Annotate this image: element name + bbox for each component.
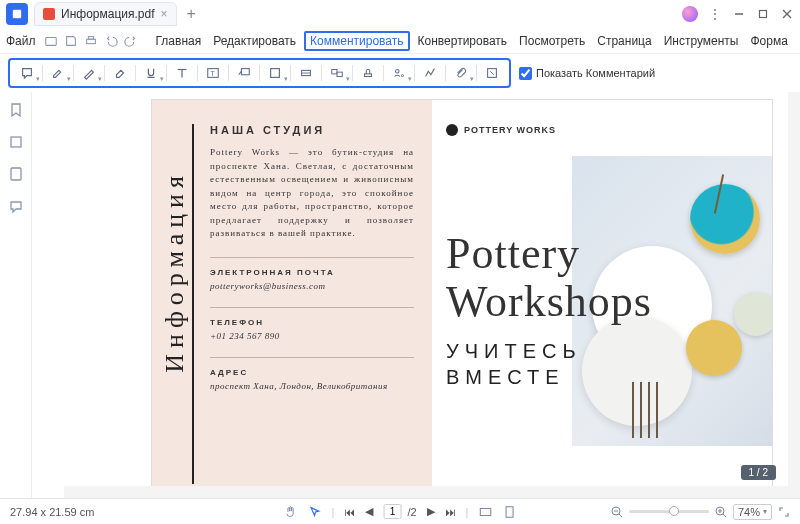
show-comments-checkbox[interactable] (519, 67, 532, 80)
ai-assistant-icon[interactable] (682, 6, 698, 22)
page-dimensions: 27.94 x 21.59 cm (10, 506, 94, 518)
tab-close-icon[interactable]: × (161, 7, 168, 21)
svg-rect-7 (86, 39, 95, 43)
hide-tool[interactable] (481, 63, 503, 83)
page-number-input[interactable] (383, 504, 401, 519)
vertical-scrollbar[interactable] (788, 92, 800, 498)
pdf-page: Информация НАША СТУДИЯ Pottery Works — э… (152, 100, 772, 498)
attachment-tool[interactable]: ▾ (450, 63, 472, 83)
svg-rect-1 (13, 10, 21, 18)
menu-page[interactable]: Страница (593, 31, 655, 51)
note-tool[interactable]: ▾ (16, 63, 38, 83)
svg-line-29 (490, 71, 494, 75)
pencil-tool[interactable]: ▾ (78, 63, 100, 83)
eraser-tool[interactable] (109, 63, 131, 83)
fit-width-icon[interactable] (478, 505, 492, 519)
area-tool[interactable] (419, 63, 441, 83)
callout-tool[interactable] (233, 63, 255, 83)
page-left-panel: Информация НАША СТУДИЯ Pottery Works — э… (152, 100, 432, 498)
svg-rect-3 (760, 11, 767, 18)
select-tool-icon[interactable] (308, 505, 322, 519)
zoom-in-icon[interactable] (715, 506, 727, 518)
menu-protect[interactable]: Защитить (796, 31, 800, 51)
comments-panel-icon[interactable] (8, 198, 24, 214)
page-right-panel: POTTERY WORKS Pottery Workshops УЧИТЕСЬВ… (432, 100, 772, 498)
menu-form[interactable]: Форма (746, 31, 791, 51)
undo-icon[interactable] (104, 34, 118, 48)
svg-point-26 (396, 70, 400, 74)
stamp-tool[interactable] (357, 63, 379, 83)
textbox-tool[interactable]: T (202, 63, 224, 83)
svg-rect-20 (271, 69, 280, 78)
status-bar: 27.94 x 21.59 cm | ⏮ ◀ /2 ▶ ⏭ | 74%▾ (0, 498, 800, 524)
brand-mark: POTTERY WORKS (446, 124, 758, 136)
underline-tool[interactable]: ▾ (140, 63, 162, 83)
close-button[interactable] (780, 7, 794, 21)
replace-tool[interactable]: ▾ (326, 63, 348, 83)
page-nav: /2 (383, 504, 416, 519)
show-comments-toggle[interactable]: Показать Комментарий (519, 67, 655, 80)
shape-tool[interactable]: ▾ (264, 63, 286, 83)
redo-icon[interactable] (124, 34, 138, 48)
svg-rect-23 (332, 70, 337, 74)
main-area: Информация НАША СТУДИЯ Pottery Works — э… (0, 92, 800, 498)
headline-1: Pottery (446, 228, 580, 279)
zoom-slider[interactable] (629, 510, 709, 513)
highlight-tool[interactable]: ▾ (47, 63, 69, 83)
minimize-button[interactable] (732, 7, 746, 21)
prev-page-icon[interactable]: ◀ (365, 505, 373, 518)
last-page-icon[interactable]: ⏭ (445, 506, 456, 518)
menu-file[interactable]: Файл (6, 34, 36, 48)
horizontal-scrollbar[interactable] (64, 486, 788, 498)
hand-tool-icon[interactable] (284, 505, 298, 519)
svg-rect-19 (241, 69, 249, 75)
tab-title: Информация.pdf (61, 7, 155, 21)
caret-tool[interactable] (295, 63, 317, 83)
zoom-out-icon[interactable] (611, 506, 623, 518)
print-icon[interactable] (84, 34, 98, 48)
subheadline: УЧИТЕСЬВМЕСТЕ (446, 338, 582, 390)
vertical-rule (192, 124, 194, 484)
menu-comment[interactable]: Комментировать (304, 31, 409, 51)
svg-point-27 (401, 75, 403, 77)
vertical-title: Информация (160, 170, 190, 373)
svg-rect-31 (11, 168, 21, 180)
zoom-value[interactable]: 74%▾ (733, 504, 772, 520)
svg-text:T: T (210, 70, 215, 77)
show-comments-label: Показать Комментарий (536, 67, 655, 79)
next-page-icon[interactable]: ▶ (427, 505, 435, 518)
menu-view[interactable]: Посмотреть (515, 31, 589, 51)
menu-home[interactable]: Главная (152, 31, 206, 51)
left-sidebar (0, 92, 32, 498)
studio-heading: НАША СТУДИЯ (210, 124, 414, 136)
document-canvas[interactable]: Информация НАША СТУДИЯ Pottery Works — э… (32, 92, 800, 498)
fullscreen-icon[interactable] (778, 506, 790, 518)
svg-rect-30 (11, 137, 21, 147)
svg-line-36 (619, 514, 622, 517)
open-icon[interactable] (44, 34, 58, 48)
new-tab-button[interactable]: + (187, 5, 196, 23)
fit-page-icon[interactable] (502, 505, 516, 519)
menu-convert[interactable]: Конвертировать (414, 31, 512, 51)
save-icon[interactable] (64, 34, 78, 48)
thumbnails-panel-icon[interactable] (8, 134, 24, 150)
menu-edit[interactable]: Редактировать (209, 31, 300, 51)
menu-bar: Файл Главная Редактировать Комментироват… (0, 28, 800, 54)
address-value: проспект Хана, Лондон, Великобритания (210, 381, 414, 391)
bookmark-panel-icon[interactable] (8, 102, 24, 118)
svg-rect-6 (45, 37, 56, 45)
page-total: /2 (407, 506, 416, 518)
svg-rect-8 (88, 36, 93, 39)
phone-heading: ТЕЛЕФОН (210, 318, 414, 327)
brand-logo-icon (446, 124, 458, 136)
maximize-button[interactable] (756, 7, 770, 21)
text-tool[interactable] (171, 63, 193, 83)
phone-value: +01 234 567 890 (210, 331, 414, 341)
document-tab[interactable]: Информация.pdf × (34, 2, 177, 26)
app-logo (6, 3, 28, 25)
attachments-panel-icon[interactable] (8, 166, 24, 182)
first-page-icon[interactable]: ⏮ (344, 506, 355, 518)
kebab-menu-icon[interactable]: ⋮ (708, 7, 722, 21)
menu-tools[interactable]: Инструменты (660, 31, 743, 51)
signature-tool[interactable]: ▾ (388, 63, 410, 83)
